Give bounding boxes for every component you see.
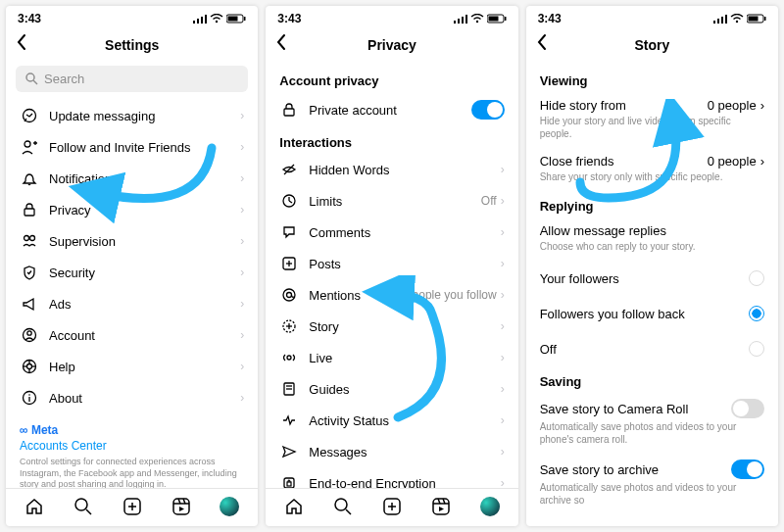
settings-item-about[interactable]: About›	[6, 382, 258, 413]
status-time: 3:43	[18, 12, 41, 25]
status-icons	[713, 14, 766, 24]
section-replying: Replying	[526, 191, 778, 218]
allow-replies-subtext: Choose who can reply to your story.	[526, 240, 778, 261]
comments-icon	[279, 224, 299, 240]
svg-point-16	[27, 331, 31, 335]
svg-point-8	[26, 73, 34, 81]
chevron-right-icon: ›	[240, 234, 244, 248]
private-account-toggle[interactable]	[471, 100, 505, 120]
hide-story-subtext: Hide your story and live videos from spe…	[526, 115, 778, 148]
reels-icon[interactable]	[431, 497, 451, 516]
profile-icon[interactable]	[480, 497, 500, 516]
close-friends-subtext: Share your story only with specific peop…	[526, 170, 778, 191]
chevron-right-icon: ›	[501, 476, 505, 488]
create-icon[interactable]	[122, 497, 142, 516]
nav-bar: Privacy	[266, 27, 517, 66]
nav-bar: Settings	[6, 27, 258, 66]
svg-point-51	[283, 289, 295, 301]
chevron-right-icon: ›	[240, 109, 244, 122]
search-nav-icon[interactable]	[74, 497, 93, 516]
search-placeholder: Search	[44, 72, 84, 86]
reels-icon[interactable]	[172, 497, 191, 516]
svg-point-24	[28, 394, 30, 396]
chevron-right-icon: ›	[240, 328, 244, 342]
section-saving: Saving	[526, 366, 778, 393]
svg-point-52	[287, 293, 292, 298]
supervision-icon	[20, 233, 39, 249]
privacy-item-encryption[interactable]: End-to-end Encryption›	[266, 467, 517, 488]
save-camera-toggle[interactable]	[731, 399, 764, 418]
guides-icon	[279, 381, 299, 397]
accounts-center-link[interactable]: Accounts Center	[20, 439, 244, 453]
svg-rect-72	[717, 19, 719, 24]
settings-item-supervision[interactable]: Supervision›	[6, 225, 258, 257]
privacy-item-activity[interactable]: Activity Status›	[266, 405, 517, 436]
meta-description: Control settings for connected experienc…	[20, 457, 244, 488]
hide-story-from-row[interactable]: Hide story from 0 people›	[526, 92, 778, 115]
settings-item-update-messaging[interactable]: Update messaging›	[6, 100, 258, 131]
messages-icon	[279, 444, 299, 459]
chevron-right-icon: ›	[501, 351, 505, 364]
privacy-item-hidden-words[interactable]: Hidden Words›	[266, 154, 517, 185]
back-button[interactable]	[536, 33, 548, 56]
save-archive-row[interactable]: Save story to archive	[526, 454, 778, 481]
section-viewing: Viewing	[526, 66, 778, 92]
settings-item-help[interactable]: Help›	[6, 351, 258, 382]
radio-button[interactable]	[749, 306, 764, 321]
private-account-row[interactable]: Private account	[266, 92, 517, 127]
settings-item-notifications[interactable]: Notifications›	[6, 163, 258, 194]
privacy-item-comments[interactable]: Comments›	[266, 217, 517, 248]
svg-point-26	[75, 499, 87, 510]
svg-rect-41	[488, 17, 498, 22]
status-time: 3:43	[277, 12, 301, 25]
privacy-item-live[interactable]: Live›	[266, 342, 517, 373]
privacy-item-guides[interactable]: Guides›	[266, 373, 517, 405]
svg-rect-7	[244, 17, 246, 21]
save-archive-toggle[interactable]	[731, 459, 764, 479]
settings-item-privacy[interactable]: Privacy›	[6, 194, 258, 225]
svg-line-44	[284, 165, 294, 174]
radio-button[interactable]	[749, 270, 764, 286]
search-input[interactable]: Search	[16, 66, 248, 92]
svg-rect-73	[721, 17, 723, 24]
chevron-right-icon: ›	[501, 445, 505, 459]
back-button[interactable]	[16, 33, 27, 56]
search-nav-icon[interactable]	[333, 497, 353, 516]
home-icon[interactable]	[284, 497, 304, 516]
privacy-item-story[interactable]: Story›	[266, 311, 517, 342]
battery-icon	[226, 14, 246, 24]
wifi-icon	[210, 14, 223, 24]
battery-icon	[487, 14, 507, 24]
settings-item-ads[interactable]: Ads›	[6, 288, 258, 319]
settings-item-follow-invite[interactable]: Follow and Invite Friends›	[6, 131, 258, 163]
settings-list: Update messaging› Follow and Invite Frie…	[6, 100, 258, 488]
svg-point-11	[24, 141, 30, 147]
privacy-item-messages[interactable]: Messages›	[266, 436, 517, 467]
section-interactions: Interactions	[266, 127, 517, 154]
page-title: Privacy	[266, 37, 517, 53]
settings-item-security[interactable]: Security›	[6, 257, 258, 288]
privacy-item-limits[interactable]: LimitsOff›	[266, 185, 517, 217]
profile-icon[interactable]	[220, 497, 239, 516]
privacy-item-mentions[interactable]: MentionsPeople you follow›	[266, 279, 517, 311]
reply-option-off[interactable]: Off	[526, 331, 778, 366]
reply-option-followers-back[interactable]: Followers you follow back	[526, 296, 778, 331]
meta-logo: ∞ Meta	[20, 423, 244, 437]
create-icon[interactable]	[382, 497, 402, 516]
back-button[interactable]	[275, 33, 287, 56]
svg-point-39	[475, 21, 477, 23]
nav-bar: Story	[526, 27, 778, 66]
settings-item-account[interactable]: Account›	[6, 319, 258, 351]
chevron-right-icon: ›	[240, 140, 244, 154]
save-camera-roll-row[interactable]: Save story to Camera Roll	[526, 393, 778, 420]
radio-button[interactable]	[749, 341, 764, 357]
signal-icon	[454, 14, 467, 24]
home-icon[interactable]	[24, 497, 44, 516]
svg-rect-42	[505, 17, 507, 21]
reply-option-your-followers[interactable]: Your followers	[526, 261, 778, 296]
privacy-item-posts[interactable]: Posts›	[266, 248, 517, 279]
chevron-right-icon: ›	[501, 288, 505, 302]
chevron-right-icon: ›	[760, 98, 764, 113]
svg-rect-31	[173, 499, 189, 514]
close-friends-row[interactable]: Close friends 0 people›	[526, 148, 778, 170]
